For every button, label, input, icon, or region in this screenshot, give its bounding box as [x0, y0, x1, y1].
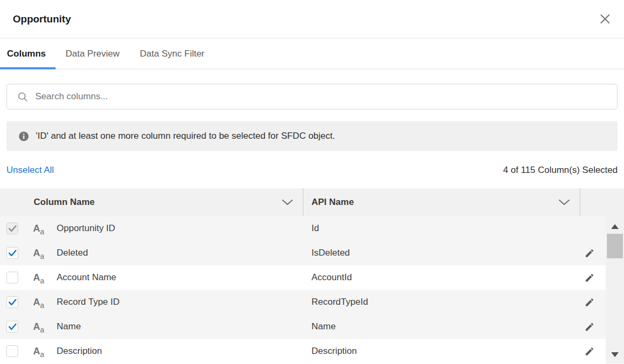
- header-api-name: API Name: [303, 188, 580, 216]
- row-action-cell: [580, 224, 606, 234]
- row-checkbox-cell: [0, 247, 33, 259]
- table-row: Aa Description Description: [0, 339, 606, 363]
- column-name-cell: Name: [57, 321, 303, 332]
- row-action-cell: [580, 322, 606, 332]
- row-checkbox[interactable]: [6, 345, 18, 357]
- scrollbar-thumb[interactable]: [607, 234, 623, 258]
- row-checkbox-cell: [0, 223, 33, 234]
- row-checkbox[interactable]: [6, 321, 18, 333]
- row-action-cell: [580, 346, 606, 357]
- tab-data-preview[interactable]: Data Preview: [56, 38, 130, 69]
- edit-icon[interactable]: [584, 248, 595, 258]
- column-name-cell: Account Name: [57, 272, 303, 283]
- table-row: Aa Account Name AccountId: [0, 265, 606, 290]
- edit-icon[interactable]: [584, 273, 595, 283]
- columns-table: Column Name API Name Aa Opportunity: [0, 188, 624, 363]
- close-icon: [600, 14, 610, 24]
- chevron-down-icon[interactable]: [558, 199, 570, 205]
- table-body-rows: Aa Opportunity ID Id Aa Deleted IsDelete…: [0, 216, 606, 363]
- modal-title: Opportunity: [13, 13, 71, 25]
- row-checkbox[interactable]: [6, 296, 18, 308]
- row-action-cell: [580, 297, 606, 307]
- row-action-cell: [580, 273, 606, 283]
- table-body: Aa Opportunity ID Id Aa Deleted IsDelete…: [0, 216, 624, 363]
- column-name-cell: Description: [57, 346, 303, 357]
- edit-icon[interactable]: [584, 346, 595, 357]
- header-column-name-label: Column Name: [34, 197, 95, 208]
- edit-icon[interactable]: [584, 297, 595, 307]
- api-name-cell: Id: [303, 223, 580, 234]
- table-row: Aa Deleted IsDeleted: [0, 241, 606, 265]
- row-checkbox-cell: [0, 321, 33, 333]
- text-type-icon: Aa: [33, 248, 57, 258]
- scrollbar[interactable]: [606, 216, 624, 363]
- row-checkbox[interactable]: [6, 247, 18, 259]
- edit-icon[interactable]: [584, 322, 595, 332]
- search-icon: [18, 92, 28, 102]
- header-api-name-label: API Name: [311, 197, 354, 208]
- search-input[interactable]: [35, 91, 617, 102]
- tab-columns[interactable]: Columns: [0, 38, 56, 69]
- close-button[interactable]: [599, 13, 611, 25]
- row-checkbox[interactable]: [6, 272, 18, 283]
- info-icon: [19, 131, 29, 141]
- api-name-cell: IsDeleted: [303, 248, 580, 258]
- api-name-cell: Name: [303, 321, 580, 332]
- row-checkbox-cell: [0, 345, 33, 357]
- selection-row: Unselect All 4 of 115 Column(s) Selected: [6, 163, 618, 178]
- row-checkbox-cell: [0, 296, 33, 308]
- table-row: Aa Opportunity ID Id: [0, 216, 606, 241]
- api-name-cell: RecordTypeId: [303, 297, 580, 307]
- row-action-cell: [580, 248, 606, 258]
- text-type-icon: Aa: [33, 346, 57, 357]
- chevron-down-icon[interactable]: [282, 199, 293, 205]
- modal-header: Opportunity: [0, 0, 624, 38]
- header-column-name: Column Name: [0, 188, 303, 216]
- text-type-icon: Aa: [33, 322, 57, 332]
- scroll-up-icon[interactable]: [606, 223, 624, 230]
- api-name-cell: Description: [303, 346, 580, 357]
- tab-bar: Columns Data Preview Data Sync Filter: [0, 38, 624, 69]
- text-type-icon: Aa: [33, 273, 57, 283]
- column-name-cell: Record Type ID: [57, 297, 303, 307]
- text-type-icon: Aa: [33, 224, 57, 234]
- table-row: Aa Record Type ID RecordTypeId: [0, 290, 606, 314]
- info-banner-text: 'ID' and at least one more column requir…: [36, 131, 335, 141]
- search-box: [6, 84, 618, 109]
- text-type-icon: Aa: [33, 297, 57, 307]
- header-actions-spacer: [580, 188, 624, 216]
- table-header: Column Name API Name: [0, 188, 624, 216]
- row-checkbox-cell: [0, 272, 33, 283]
- tab-data-sync-filter[interactable]: Data Sync Filter: [130, 38, 215, 69]
- column-name-cell: Deleted: [57, 248, 303, 258]
- api-name-cell: AccountId: [303, 272, 580, 283]
- unselect-all-link[interactable]: Unselect All: [6, 165, 54, 176]
- info-banner: 'ID' and at least one more column requir…: [6, 121, 618, 151]
- table-row: Aa Name Name: [0, 314, 606, 339]
- scroll-down-icon[interactable]: [606, 351, 624, 358]
- row-checkbox: [6, 223, 18, 234]
- column-name-cell: Opportunity ID: [57, 223, 303, 234]
- selection-summary: 4 of 115 Column(s) Selected: [503, 165, 618, 176]
- opportunity-modal: Opportunity Columns Data Preview Data Sy…: [0, 0, 624, 364]
